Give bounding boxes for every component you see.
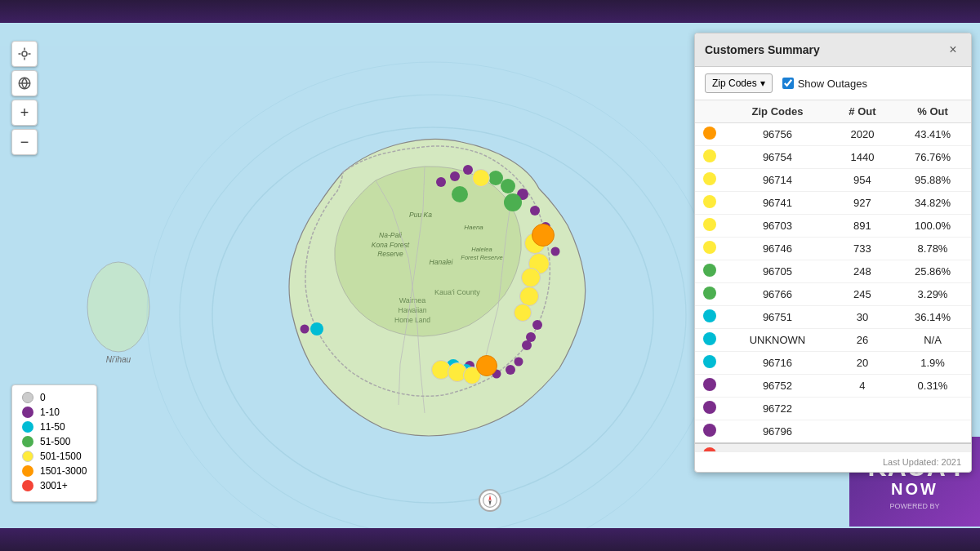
legend-item-51-500: 51-500 <box>22 436 87 447</box>
zip-cell-1: 96754 <box>724 146 831 169</box>
pct-cell-9: N/A <box>894 329 971 352</box>
table-row: 96716 20 1.9% <box>695 352 971 375</box>
show-outages-toggle[interactable]: Show Outages <box>782 78 867 90</box>
svg-point-1 <box>87 262 149 352</box>
row-dot-5 <box>703 241 716 254</box>
table-row: 96703 891 100.0% <box>695 215 971 238</box>
table-row: 96766 245 3.29% <box>695 283 971 306</box>
table-row: UNKNOWN 26 N/A <box>695 329 971 352</box>
pct-cell-1: 76.76% <box>894 146 971 169</box>
table-row: 96722 <box>695 398 971 420</box>
zip-cell-5: 96746 <box>724 238 831 260</box>
zoom-out-button[interactable]: − <box>11 129 38 155</box>
row-dot-10 <box>703 355 716 368</box>
dot-cell-10 <box>695 352 724 375</box>
zip-cell-2: 96714 <box>724 169 831 192</box>
row-dot-8 <box>703 309 716 322</box>
svg-text:Kaua'i County: Kaua'i County <box>434 288 480 296</box>
zip-codes-dropdown[interactable]: Zip Codes ▾ <box>705 73 773 93</box>
legend-label-1501-3000: 1501-3000 <box>40 465 87 477</box>
dot-cell-4 <box>695 215 724 238</box>
zip-cell-10: 96716 <box>724 352 831 375</box>
pct-cell-13 <box>894 420 971 444</box>
legend-item-1-10: 1-10 <box>22 407 87 418</box>
show-outages-checkbox[interactable] <box>782 78 794 89</box>
legend: 0 1-10 11-50 51-500 501-1500 1501-3000 3… <box>11 384 97 502</box>
svg-text:Ni'ihau: Ni'ihau <box>106 355 131 364</box>
show-outages-label-text: Show Outages <box>798 78 867 90</box>
zip-cell-4: 96703 <box>724 215 831 238</box>
row-dot-13 <box>703 424 716 437</box>
row-dot-6 <box>703 264 716 277</box>
globe-button[interactable] <box>11 70 38 96</box>
now-text: NOW <box>891 480 938 499</box>
dot-cell-13 <box>695 420 724 444</box>
legend-label-51-500: 51-500 <box>40 436 70 447</box>
panel-toolbar: Zip Codes ▾ Show Outages <box>695 67 971 100</box>
out-cell-10: 20 <box>831 352 894 375</box>
table-row: 96756 2020 43.41% <box>695 123 971 146</box>
panel-close-button[interactable]: × <box>945 42 961 58</box>
dot-cell-7 <box>695 283 724 306</box>
dot-cell-6 <box>695 260 724 283</box>
dot-cell-11 <box>695 375 724 398</box>
total-dot <box>703 447 716 451</box>
total-out <box>831 443 894 451</box>
powered-text: POWERED BY <box>889 502 939 510</box>
zip-cell-11: 96752 <box>724 375 831 398</box>
zip-cell-8: 96751 <box>724 306 831 329</box>
napali-compass <box>479 489 501 512</box>
pct-cell-8: 36.14% <box>894 306 971 329</box>
pct-cell-2: 95.88% <box>894 169 971 192</box>
legend-item-1501-3000: 1501-3000 <box>22 465 87 477</box>
dot-cell-1 <box>695 146 724 169</box>
table-row: 96714 954 95.88% <box>695 169 971 192</box>
out-cell-4: 891 <box>831 215 894 238</box>
row-dot-9 <box>703 332 716 345</box>
map-container: Ni'ihau Na-Pali Kona Forest Reserve Puu … <box>0 0 980 551</box>
row-dot-3 <box>703 195 716 208</box>
row-dot-4 <box>703 218 716 231</box>
out-cell-8: 30 <box>831 306 894 329</box>
zip-cell-3: 96741 <box>724 192 831 215</box>
table-body: 96756 2020 43.41% 96754 1440 76.76% 9671… <box>695 123 971 452</box>
pct-cell-3: 34.82% <box>894 192 971 215</box>
table-row: 96741 927 34.82% <box>695 192 971 215</box>
row-dot-1 <box>703 149 716 162</box>
summary-table: Zip Codes # Out % Out 96756 2020 43.41% … <box>695 100 971 451</box>
svg-text:Home Land: Home Land <box>394 316 430 324</box>
svg-text:Forest Reserve: Forest Reserve <box>461 254 502 261</box>
pct-cell-6: 25.86% <box>894 260 971 283</box>
row-dot-12 <box>703 401 716 414</box>
out-cell-11: 4 <box>831 375 894 398</box>
svg-text:Hawaiian: Hawaiian <box>399 306 427 314</box>
dot-cell-9 <box>695 329 724 352</box>
zip-cell-12: 96722 <box>724 398 831 420</box>
zip-cell-7: 96766 <box>724 283 831 306</box>
legend-label-3001plus: 3001+ <box>40 480 68 491</box>
locate-button[interactable] <box>11 41 38 67</box>
svg-text:Halelea: Halelea <box>471 246 492 253</box>
legend-item-3001plus: 3001+ <box>22 480 87 491</box>
pct-cell-10: 1.9% <box>894 352 971 375</box>
out-cell-0: 2020 <box>831 123 894 146</box>
out-cell-12 <box>831 398 894 420</box>
pct-cell-0: 43.41% <box>894 123 971 146</box>
out-cell-7: 245 <box>831 283 894 306</box>
table-head: Zip Codes # Out % Out <box>695 100 971 123</box>
out-cell-6: 248 <box>831 260 894 283</box>
total-row: Total <box>695 443 971 451</box>
dot-cell-3 <box>695 192 724 215</box>
map-controls: + − <box>11 41 38 155</box>
dot-cell-2 <box>695 169 724 192</box>
summary-panel: Customers Summary × Zip Codes ▾ Show Out… <box>694 33 972 473</box>
svg-text:Haena: Haena <box>464 224 483 231</box>
out-cell-9: 26 <box>831 329 894 352</box>
col-dot <box>695 100 724 123</box>
zoom-in-button[interactable]: + <box>11 100 38 126</box>
dot-cell-8 <box>695 306 724 329</box>
legend-item-501-1500: 501-1500 <box>22 451 87 462</box>
table-row: 96752 4 0.31% <box>695 375 971 398</box>
zip-cell-9: UNKNOWN <box>724 329 831 352</box>
bottom-bar <box>0 528 980 551</box>
